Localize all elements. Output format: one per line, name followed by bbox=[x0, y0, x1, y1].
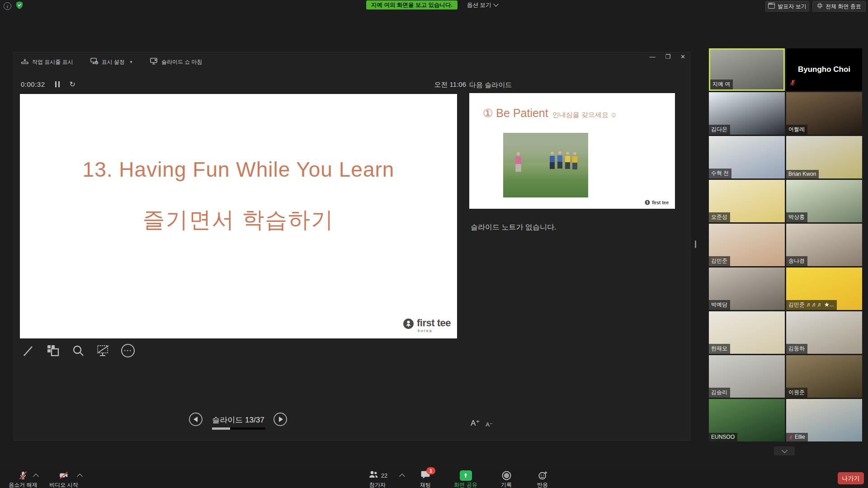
font-increase-button[interactable]: A⁺ bbox=[471, 418, 480, 428]
next-slide-title-ko: 인내심을 갖으세요 ☺ bbox=[552, 111, 618, 118]
arrow-left-icon bbox=[193, 417, 198, 422]
prev-slide-button[interactable] bbox=[189, 413, 203, 426]
pane-resize-handle[interactable] bbox=[695, 240, 696, 248]
chat-badge: 1 bbox=[426, 467, 435, 474]
display-settings-button[interactable]: 표시 설정 ▼ bbox=[90, 58, 133, 66]
golfer-figure bbox=[565, 152, 570, 171]
participant-tile[interactable]: 오준성 bbox=[709, 180, 785, 222]
participant-tile[interactable]: 이원준 bbox=[786, 355, 862, 398]
unmute-button[interactable]: 음소거 해제 bbox=[7, 470, 39, 488]
first-tee-logo-text: first tee bbox=[417, 318, 451, 328]
participant-tile[interactable]: 지예 여 bbox=[709, 48, 785, 91]
mic-muted-icon bbox=[789, 79, 796, 88]
reactions-button[interactable]: 반응 bbox=[529, 470, 556, 488]
current-slide[interactable]: 13. Having Fun While You Learn 즐기면서 학습하기… bbox=[20, 94, 457, 338]
next-slide-button[interactable] bbox=[274, 413, 287, 426]
camera-off-icon bbox=[58, 470, 69, 481]
slide-sorter-button[interactable] bbox=[47, 344, 60, 357]
participant-name: 김동하 bbox=[786, 344, 807, 354]
participant-tile[interactable]: 한재오 bbox=[709, 311, 785, 354]
participant-tile[interactable]: 박예담 bbox=[709, 267, 785, 310]
participant-tile[interactable]: 어쩔레 bbox=[786, 92, 862, 135]
chat-label: 채팅 bbox=[420, 481, 431, 488]
participant-name: 수혁 천 bbox=[709, 169, 731, 178]
participant-name: 김다은 bbox=[709, 125, 730, 135]
restart-timer-button[interactable]: ↻ bbox=[70, 81, 75, 87]
participant-tile[interactable]: 김승리 bbox=[709, 355, 785, 398]
participant-tile[interactable]: Brian Kwon bbox=[786, 136, 862, 178]
black-screen-button[interactable] bbox=[96, 344, 110, 357]
slide-progress-fill bbox=[212, 427, 230, 430]
info-icon[interactable]: i bbox=[4, 2, 11, 10]
collapse-videos-button[interactable] bbox=[774, 446, 795, 455]
participant-tile[interactable]: EUNSOO bbox=[709, 399, 785, 441]
participant-tile[interactable]: 수혁 천 bbox=[709, 136, 785, 178]
maximize-button[interactable]: ❐ bbox=[665, 53, 670, 60]
exit-fullscreen-button[interactable]: 전체 화면 종료 bbox=[812, 1, 866, 12]
screen-share-banner: 지예 여의 화면을 보고 있습니다. bbox=[366, 0, 458, 9]
participant-tile[interactable]: 김다은 bbox=[709, 92, 785, 135]
more-options-button[interactable]: ··· bbox=[121, 344, 135, 357]
start-video-button[interactable]: 비디오 시작 bbox=[47, 470, 80, 488]
reactions-label: 반응 bbox=[537, 481, 548, 488]
zoom-slide-button[interactable] bbox=[71, 344, 85, 357]
participant-name: 지예 여 bbox=[710, 80, 733, 89]
participants-options-caret[interactable] bbox=[399, 474, 405, 479]
participant-name: 김민준 ♬♬♬ ★... bbox=[786, 300, 837, 310]
slide-subtitle: 즐기면서 학습하기 bbox=[20, 205, 457, 235]
slide-counter: 슬라이드 13/37 bbox=[206, 415, 270, 425]
next-slide-title: ① Be Patient인내심을 갖으세요 ☺ bbox=[483, 107, 617, 120]
participants-label: 참가자 bbox=[369, 481, 386, 488]
close-button[interactable]: ✕ bbox=[680, 53, 685, 60]
start-video-label: 비디오 시작 bbox=[49, 481, 78, 488]
participants-button[interactable]: 22 참가자 bbox=[359, 470, 396, 488]
participant-tile[interactable]: 송나경 bbox=[786, 224, 862, 266]
leave-meeting-button[interactable]: 나가기 bbox=[838, 472, 864, 484]
participant-tile[interactable]: 박상홍 bbox=[786, 180, 862, 222]
participant-name: 어쩔레 bbox=[786, 125, 807, 135]
grid-icon bbox=[768, 3, 775, 10]
participant-tile[interactable]: 김동하 bbox=[786, 311, 862, 354]
participant-tile[interactable]: Byungho Choi bbox=[786, 48, 862, 91]
participant-name: Byungho Choi bbox=[786, 48, 862, 91]
chat-button[interactable]: 1 채팅 bbox=[411, 470, 439, 488]
participant-tile[interactable]: 김민준 ♬♬♬ ★... bbox=[786, 267, 862, 310]
presenter-view-label: 발표자 보기 bbox=[778, 3, 806, 10]
share-screen-button[interactable]: 화면 공유 bbox=[450, 470, 481, 488]
next-slide-preview: ① Be Patient인내심을 갖으세요 ☺ first tee bbox=[469, 93, 675, 209]
notes-font-controls: A⁺ A⁻ bbox=[471, 418, 493, 428]
pause-timer-button[interactable] bbox=[55, 81, 60, 87]
participant-name: 박상홍 bbox=[786, 212, 807, 222]
powerpoint-presenter-window: — ❐ ✕ 작업 표시줄 표시 표시 설정 ▼ bbox=[14, 52, 690, 441]
window-controls: — ❐ ✕ bbox=[649, 53, 685, 60]
participant-name: Ellie bbox=[786, 433, 808, 441]
record-icon bbox=[501, 470, 512, 481]
zoom-meeting-screen: i 지예 여의 화면을 보고 있습니다. 옵션 보기 발표자 보기 전체 화면 … bbox=[0, 0, 868, 488]
participant-name: Brian Kwon bbox=[786, 170, 819, 178]
participant-tile[interactable]: Ellie bbox=[786, 399, 862, 441]
golfer-figure bbox=[572, 152, 577, 171]
golfer-figure bbox=[550, 152, 555, 171]
show-taskbar-button[interactable]: 작업 표시줄 표시 bbox=[21, 58, 73, 66]
arrow-right-icon bbox=[279, 417, 283, 422]
view-options-label: 옵션 보기 bbox=[467, 1, 491, 9]
share-screen-label: 화면 공유 bbox=[454, 481, 477, 488]
minimize-button[interactable]: — bbox=[649, 53, 655, 60]
view-options-button[interactable]: 옵션 보기 bbox=[463, 0, 501, 9]
end-slideshow-button[interactable]: 슬라이드 쇼 마침 bbox=[150, 58, 203, 66]
first-tee-logo: first tee korea bbox=[403, 318, 451, 333]
first-tee-logo-text: first tee bbox=[652, 200, 669, 205]
shield-icon[interactable] bbox=[16, 1, 23, 11]
record-button[interactable]: 기록 bbox=[493, 470, 520, 488]
end-slideshow-icon bbox=[150, 58, 158, 66]
presenter-view-button[interactable]: 발표자 보기 bbox=[765, 1, 809, 12]
annotation-tools: ··· bbox=[22, 344, 135, 357]
golf-photo bbox=[503, 133, 588, 197]
next-slide-label: 다음 슬라이드 bbox=[469, 81, 512, 89]
pen-tool-button[interactable] bbox=[22, 344, 35, 357]
top-bar: i 지예 여의 화면을 보고 있습니다. 옵션 보기 발표자 보기 전체 화면 … bbox=[0, 0, 868, 11]
participant-tile[interactable]: 김민준 bbox=[709, 224, 785, 266]
participant-name: 오준성 bbox=[709, 212, 730, 222]
font-decrease-button[interactable]: A⁻ bbox=[486, 421, 493, 428]
slide-notes-empty: 슬라이드 노트가 없습니다. bbox=[471, 223, 556, 232]
